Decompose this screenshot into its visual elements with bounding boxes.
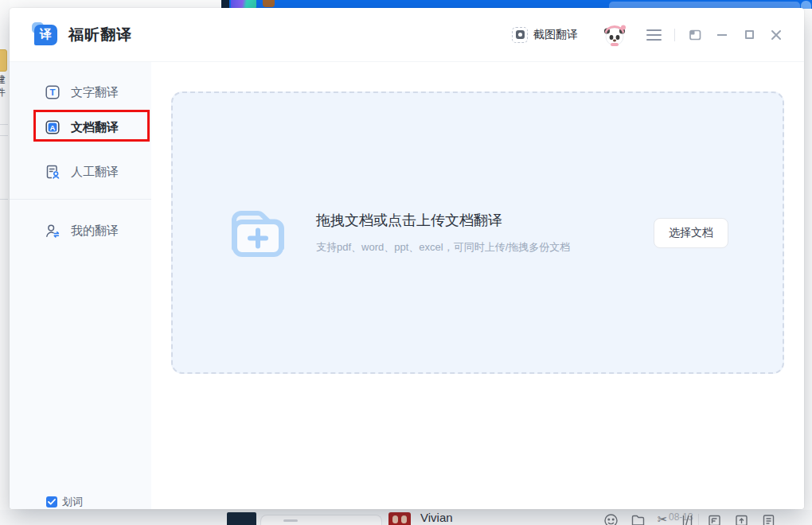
dropzone-text: 拖拽文档或点击上传文档翻译 支持pdf、word、ppt、excel，可同时上传… bbox=[316, 211, 570, 255]
select-document-button[interactable]: 选择文档 bbox=[654, 218, 728, 248]
app-body: T 文字翻译 A 文档翻译 人工翻 bbox=[10, 62, 804, 509]
sidebar-item-label: 文档翻译 bbox=[71, 120, 119, 135]
svg-text:A: A bbox=[50, 123, 56, 132]
doc-translate-icon: A bbox=[45, 119, 61, 135]
background-partial-text: 件 bbox=[0, 88, 6, 98]
word-select-label: 划词 bbox=[62, 495, 83, 509]
scissors-icon[interactable]: ✂ bbox=[658, 513, 668, 525]
main-content: 拖拽文档或点击上传文档翻译 支持pdf、word、ppt、excel，可同时上传… bbox=[151, 62, 804, 509]
app-title: 福昕翻译 bbox=[68, 25, 132, 45]
header-actions: 截图翻译 bbox=[512, 22, 783, 48]
dropzone-title: 拖拽文档或点击上传文档翻译 bbox=[316, 211, 570, 230]
app-window: 译 福昕翻译 截图翻译 bbox=[10, 8, 804, 509]
divider bbox=[0, 135, 8, 136]
user-avatar[interactable] bbox=[602, 22, 627, 48]
app-header: 译 福昕翻译 截图翻译 bbox=[10, 8, 804, 62]
screenshot-camera-icon bbox=[512, 27, 528, 43]
contact-avatar bbox=[388, 512, 411, 525]
minimize-button[interactable] bbox=[715, 28, 729, 42]
document-dropzone[interactable]: 拖拽文档或点击上传文档翻译 支持pdf、word、ppt、excel，可同时上传… bbox=[171, 91, 784, 374]
svg-text:T: T bbox=[49, 88, 55, 97]
emoji-icon[interactable] bbox=[603, 513, 619, 525]
translate-panel-icon[interactable] bbox=[707, 513, 722, 525]
checkbox-checked-icon bbox=[46, 496, 57, 508]
screenshot-translate-button[interactable]: 截图翻译 bbox=[512, 27, 578, 43]
word-select-toggle[interactable]: 划词 bbox=[46, 495, 83, 509]
chat-toolbar: ✂ bbox=[603, 513, 776, 525]
divider bbox=[283, 519, 298, 522]
background-chat-strip: Vivian 08-13 ✂ bbox=[0, 510, 812, 525]
menu-hamburger-icon[interactable] bbox=[646, 29, 662, 41]
close-button[interactable] bbox=[769, 28, 783, 42]
avatar-detail bbox=[392, 515, 398, 523]
chat-history-icon[interactable] bbox=[680, 513, 695, 525]
logo-bubble-glyph: 译 bbox=[34, 25, 57, 45]
app-brand: 译 福昕翻译 bbox=[32, 22, 132, 48]
sidebar-item-label: 我的翻译 bbox=[71, 224, 119, 239]
folder-plus-icon bbox=[227, 204, 289, 262]
sidebar-item-label: 人工翻译 bbox=[71, 165, 119, 180]
background-left-window: 建 件 bbox=[0, 0, 10, 525]
background-partial-text: 建 bbox=[0, 75, 6, 85]
my-translate-icon bbox=[45, 223, 61, 239]
sidebar-item-doc-translate[interactable]: A 文档翻译 bbox=[45, 118, 119, 137]
dropzone-subtitle: 支持pdf、word、ppt、excel，可同时上传/拖拽多份文档 bbox=[316, 240, 570, 255]
notes-icon[interactable] bbox=[761, 513, 776, 525]
folder-icon[interactable] bbox=[630, 513, 646, 525]
sidebar-item-human-translate[interactable]: 人工翻译 bbox=[45, 162, 119, 181]
sidebar-item-my-translations[interactable]: 我的翻译 bbox=[45, 221, 119, 240]
background-corner-icon bbox=[801, 1, 811, 9]
sidebar: T 文字翻译 A 文档翻译 人工翻 bbox=[10, 62, 151, 509]
sidebar-item-text-translate[interactable]: T 文字翻译 bbox=[45, 83, 119, 102]
sidebar-divider bbox=[10, 199, 151, 200]
contact-name: Vivian bbox=[420, 511, 453, 524]
avatar-detail bbox=[401, 515, 407, 523]
sidebar-item-label: 文字翻译 bbox=[71, 85, 119, 100]
background-mini-avatar bbox=[263, 0, 275, 7]
divider bbox=[0, 199, 8, 200]
text-translate-icon: T bbox=[45, 84, 61, 100]
pin-window-button[interactable] bbox=[688, 28, 702, 42]
human-translate-icon bbox=[45, 164, 61, 180]
divider bbox=[0, 124, 8, 125]
screenshot-translate-label: 截图翻译 bbox=[533, 28, 578, 42]
folder-yellow-icon bbox=[0, 49, 7, 72]
divider bbox=[674, 29, 675, 41]
maximize-button[interactable] bbox=[742, 28, 756, 42]
upload-icon[interactable] bbox=[734, 513, 749, 525]
background-avatar-dark bbox=[227, 512, 256, 525]
app-logo: 译 bbox=[32, 22, 59, 48]
background-list-item bbox=[260, 515, 382, 525]
